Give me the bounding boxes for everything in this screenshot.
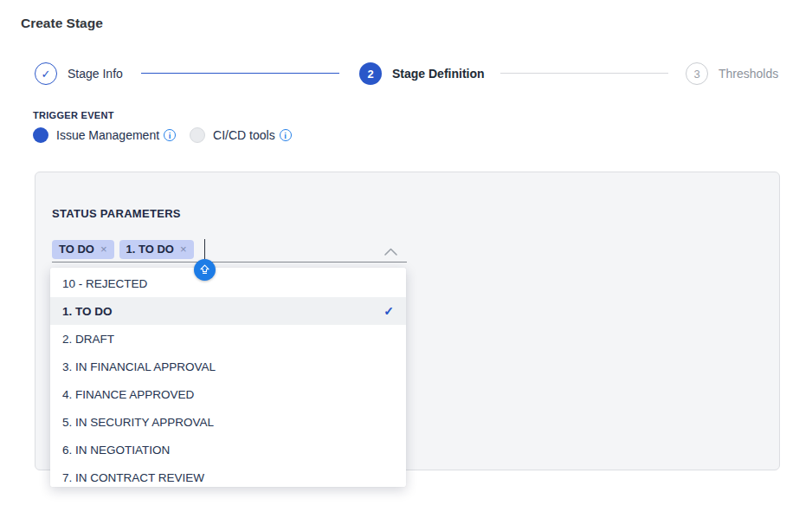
- text-caret: [204, 239, 206, 259]
- status-multiselect-input[interactable]: TO DO × 1. TO DO ×: [52, 239, 205, 259]
- step-stage-info[interactable]: ✓ Stage Info: [35, 62, 123, 85]
- radio-label: Issue Management: [56, 128, 159, 142]
- step-thresholds[interactable]: 3 Thresholds: [686, 62, 778, 85]
- dropdown-option-label: 2. DRAFT: [62, 333, 114, 346]
- dropdown-option-label: 10 - REJECTED: [62, 277, 147, 290]
- step-label: Thresholds: [719, 67, 778, 81]
- step-label: Stage Info: [68, 67, 123, 81]
- cursor-up-arrow-indicator: [194, 259, 216, 281]
- step-stage-definition[interactable]: 2 Stage Definition: [359, 62, 485, 85]
- step-connector-line: [141, 73, 339, 74]
- dropdown-option[interactable]: 3. IN FINANCIAL APPROVAL: [50, 353, 406, 380]
- dropdown-option[interactable]: 5. IN SECURITY APPROVAL: [50, 408, 406, 436]
- radio-cicd-tools[interactable]: [190, 127, 205, 143]
- dropdown-option[interactable]: 10 - REJECTED: [50, 269, 406, 297]
- radio-issue-management[interactable]: [33, 127, 48, 143]
- dropdown-option-label: 5. IN SECURITY APPROVAL: [62, 416, 214, 429]
- dropdown-option-label: 3. IN FINANCIAL APPROVAL: [62, 360, 216, 373]
- dropdown-option-selected[interactable]: 1. TO DO ✓: [50, 297, 406, 325]
- step-completed-check-icon: ✓: [35, 62, 57, 85]
- dropdown-option[interactable]: 4. FINANCE APPROVED: [50, 380, 406, 408]
- step-number-badge: 3: [686, 62, 708, 85]
- info-icon[interactable]: i: [280, 129, 292, 141]
- chip-label: 1. TO DO: [126, 243, 174, 256]
- dropdown-option[interactable]: 7. IN CONTRACT REVIEW: [50, 463, 406, 487]
- check-icon: ✓: [383, 304, 394, 318]
- dropdown-option-label: 7. IN CONTRACT REVIEW: [62, 471, 204, 484]
- trigger-event-label: TRIGGER EVENT: [33, 110, 114, 120]
- stepper: ✓ Stage Info 2 Stage Definition 3 Thresh…: [35, 62, 784, 85]
- dropdown-option[interactable]: 6. IN NEGOTIATION: [50, 436, 406, 463]
- step-number-badge: 2: [359, 62, 382, 85]
- trigger-event-options: Issue Management i CI/CD tools i: [33, 127, 292, 143]
- chevron-up-icon[interactable]: [384, 244, 397, 260]
- status-dropdown: 10 - REJECTED 1. TO DO ✓ 2. DRAFT 3. IN …: [50, 268, 406, 487]
- step-label: Stage Definition: [392, 67, 485, 81]
- selected-chip: TO DO ×: [52, 240, 114, 259]
- select-underline: [52, 262, 407, 262]
- step-connector-line: [500, 73, 668, 74]
- dropdown-option[interactable]: 2. DRAFT: [50, 325, 406, 353]
- status-parameters-label: STATUS PARAMETERS: [52, 207, 181, 220]
- up-arrow-icon: [197, 262, 212, 277]
- dropdown-option-label: 4. FINANCE APPROVED: [62, 388, 194, 401]
- dropdown-option-label: 1. TO DO: [62, 305, 113, 318]
- dropdown-option-label: 6. IN NEGOTIATION: [62, 444, 170, 457]
- radio-label: CI/CD tools: [213, 128, 275, 142]
- page-title: Create Stage: [21, 16, 103, 31]
- selected-chip: 1. TO DO ×: [119, 240, 194, 259]
- chip-remove-icon[interactable]: ×: [100, 243, 107, 256]
- chip-label: TO DO: [59, 243, 94, 256]
- info-icon[interactable]: i: [164, 129, 176, 141]
- create-stage-page: Create Stage ✓ Stage Info 2 Stage Defini…: [0, 0, 812, 512]
- chip-remove-icon[interactable]: ×: [180, 243, 187, 256]
